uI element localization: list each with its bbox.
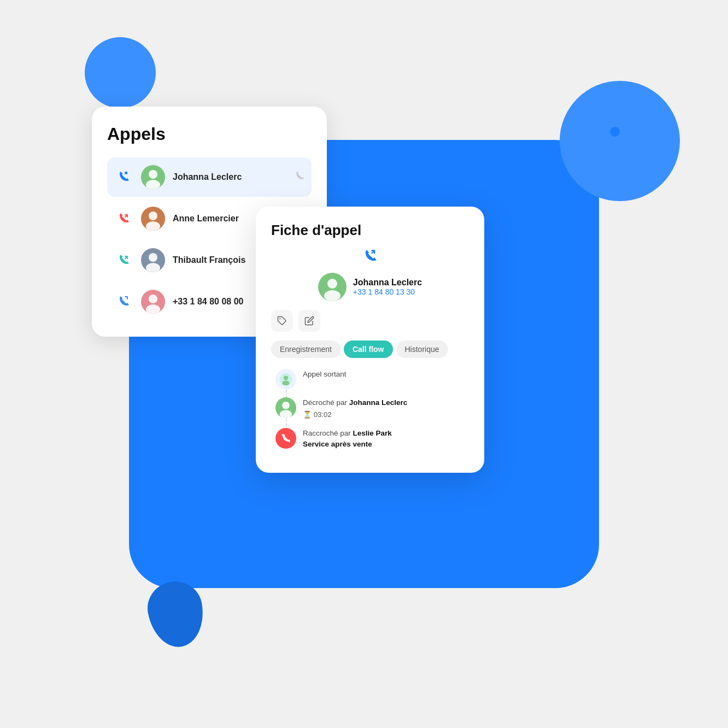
fiche-contact-row: Johanna Leclerc +33 1 84 80 13 30 xyxy=(318,273,422,301)
flow-text-outgoing: Appel sortant xyxy=(303,369,347,380)
deco-dot xyxy=(610,127,620,137)
tab-historique[interactable]: Historique xyxy=(396,340,448,358)
edit-button[interactable] xyxy=(298,310,320,332)
flow-item-outgoing: Appel sortant xyxy=(275,369,469,390)
avatar-anne xyxy=(141,207,165,231)
fiche-actions xyxy=(271,310,469,332)
deco-circle-top-left xyxy=(85,37,156,108)
deco-circle-top-right xyxy=(560,81,680,201)
scene: Appels Johann xyxy=(0,0,728,728)
fiche-avatar-johanna xyxy=(318,273,347,301)
flow-text-answered: Décroché par Johanna Leclerc ⏳ 03:02 xyxy=(303,397,407,420)
svg-point-15 xyxy=(324,290,340,301)
avatar-thibault xyxy=(141,248,165,272)
fiche-contact-section: Johanna Leclerc +33 1 84 80 13 30 xyxy=(271,249,469,301)
call-type-icon-outgoing-blue xyxy=(114,167,133,187)
call-type-icon-incoming-red xyxy=(114,209,133,228)
flow-hangup-name: Leslie Park xyxy=(353,429,392,437)
flow-duration-value: 03:02 xyxy=(314,409,332,420)
appels-title: Appels xyxy=(107,124,312,144)
tag-button[interactable] xyxy=(271,310,293,332)
call-type-icon-outgoing-blue2 xyxy=(114,292,133,312)
fiche-tabs: Enregistrement Call flow Historique xyxy=(271,340,469,358)
avatar-johanna xyxy=(141,165,165,189)
hourglass-icon: ⏳ xyxy=(303,409,312,420)
call-item-johanna[interactable]: Johanna Leclerc xyxy=(107,157,312,197)
flow-duration: ⏳ 03:02 xyxy=(303,409,407,420)
fiche-contact-name: Johanna Leclerc xyxy=(353,278,422,287)
fiche-outgoing-call-icon xyxy=(362,249,378,267)
svg-point-4 xyxy=(149,212,157,220)
flow-avatar-outgoing xyxy=(275,369,296,390)
flow-item-hangup: Raccroché par Leslie Park Service après … xyxy=(275,428,469,450)
fiche-card: Fiche d'appel Johan xyxy=(256,207,484,473)
deco-teardrop-bottom-left xyxy=(143,577,208,651)
avatar-unknown xyxy=(141,290,165,314)
flow-answered-name: Johanna Leclerc xyxy=(349,398,408,407)
svg-point-16 xyxy=(279,318,280,319)
call-name-johanna: Johanna Leclerc xyxy=(173,172,294,182)
flow-text-hangup: Raccroché par Leslie Park Service après … xyxy=(303,428,392,450)
call-phone-icon xyxy=(294,171,305,184)
flow-item-answered: Décroché par Johanna Leclerc ⏳ 03:02 xyxy=(275,397,469,420)
tab-enregistrement[interactable]: Enregistrement xyxy=(271,340,340,358)
fiche-contact-phone: +33 1 84 80 13 30 xyxy=(353,287,422,296)
fiche-title: Fiche d'appel xyxy=(271,222,469,239)
flow-avatar-hangup xyxy=(275,428,296,449)
svg-point-1 xyxy=(149,170,157,179)
svg-point-14 xyxy=(327,279,337,289)
call-type-icon-incoming-teal xyxy=(114,250,133,270)
tab-callflow[interactable]: Call flow xyxy=(344,340,393,358)
fiche-contact-info: Johanna Leclerc +33 1 84 80 13 30 xyxy=(353,278,422,296)
svg-point-7 xyxy=(149,253,157,262)
svg-point-10 xyxy=(149,295,157,303)
flow-avatar-johanna xyxy=(275,397,296,418)
svg-line-23 xyxy=(282,435,289,442)
svg-point-18 xyxy=(284,376,288,380)
svg-point-21 xyxy=(282,402,290,409)
call-flow-list: Appel sortant Décroché par Johanna Lecle… xyxy=(271,369,469,450)
flow-hangup-service: Service après vente xyxy=(303,439,392,450)
